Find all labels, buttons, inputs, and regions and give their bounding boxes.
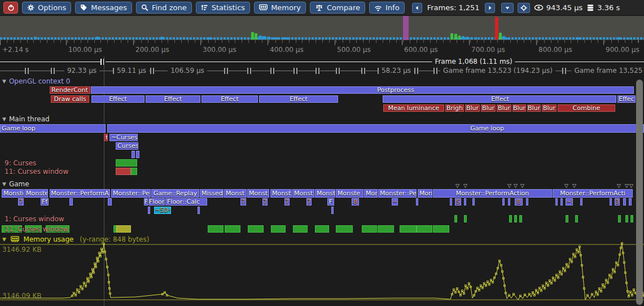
zone-bar[interactable]: Effect (259, 95, 338, 103)
thread-header-main-thread[interactable]: ▼Main thread (2, 115, 50, 123)
zone-bar[interactable]: Curses (116, 142, 138, 150)
message-marker-icon[interactable]: ▽ (520, 183, 524, 188)
zone-bar[interactable]: Effect (383, 95, 616, 103)
zone-bar[interactable] (623, 198, 626, 206)
zone-bar[interactable]: Postprocess (91, 86, 634, 94)
zone-bar[interactable] (560, 198, 563, 206)
message-marker-icon[interactable]: ▽ (572, 183, 576, 188)
zone-bar[interactable]: Monster::PerformA (50, 189, 110, 198)
zone-bar[interactable]: F (327, 198, 334, 206)
zone-bar[interactable]: Mons (364, 189, 378, 198)
message-marker-icon[interactable]: ▽ (629, 183, 633, 188)
lock-activity-bar[interactable] (433, 225, 449, 233)
zone-bar[interactable] (132, 151, 135, 158)
zone-bar[interactable]: Monste (24, 189, 48, 198)
zone-bar[interactable]: Monster::PerformAction (433, 189, 552, 198)
lock-activity-bar[interactable] (454, 215, 457, 222)
thread-header-opengl-context-0[interactable]: ▼OpenGL context 0 (2, 77, 70, 85)
lock-activity-bar[interactable] (248, 225, 264, 233)
lock-activity-bar[interactable] (417, 225, 432, 233)
zone-bar[interactable]: ~50~ (154, 207, 171, 214)
lock-activity-bar[interactable] (116, 159, 137, 167)
message-marker-icon[interactable]: ▽ (507, 183, 511, 188)
thread-header-game[interactable]: ▼Game (2, 180, 29, 188)
zone-bar[interactable]: ~ (392, 198, 398, 206)
zone-bar[interactable]: 7 (306, 198, 312, 206)
lock-activity-bar[interactable] (293, 225, 308, 233)
zone-bar[interactable]: 7 (18, 198, 24, 206)
zone-bar[interactable]: Blur (465, 104, 480, 112)
message-marker-icon[interactable]: ▽ (463, 183, 467, 188)
zone-bar[interactable]: RenderCont (50, 86, 90, 94)
zone-bar[interactable] (555, 198, 558, 206)
zone-bar[interactable]: Blur (497, 104, 511, 112)
timeline-area[interactable]: +2.14 s100.00 μs200.00 μs300.00 μs400.00… (0, 0, 644, 306)
zone-bar[interactable]: Monster::Pe (378, 189, 417, 198)
zone-bar[interactable]: Combine (558, 104, 615, 112)
zone-bar[interactable]: 8 (352, 198, 359, 206)
lock-activity-bar[interactable] (519, 215, 522, 222)
frame-overview-strip[interactable] (0, 16, 644, 40)
zone-bar[interactable] (416, 198, 418, 206)
zone-bar[interactable] (464, 198, 466, 206)
zone-bar[interactable] (508, 198, 510, 206)
zone-bar[interactable]: 3 (615, 198, 620, 206)
zone-bar[interactable] (198, 207, 200, 214)
zone-bar[interactable]: Floor::Calc (165, 198, 207, 206)
zone-bar[interactable]: Monst (224, 189, 247, 198)
lock-activity-bar[interactable] (514, 215, 517, 222)
zone-bar[interactable]: Monste (336, 189, 363, 198)
lock-activity-bar[interactable] (225, 225, 240, 233)
lock-activity-bar[interactable] (400, 225, 417, 233)
message-marker-icon[interactable]: ▽ (625, 183, 629, 188)
zone-bar[interactable]: Game::Replay (151, 189, 199, 198)
zone-bar[interactable]: Monst (270, 189, 292, 198)
zone-bar[interactable] (502, 198, 505, 206)
zone-bar[interactable]: 7 (240, 198, 246, 206)
lock-activity-bar[interactable] (131, 168, 137, 175)
memory-usage-plot[interactable] (0, 240, 644, 306)
zone-bar[interactable]: Effect (201, 95, 258, 103)
lock-activity-bar[interactable] (336, 225, 353, 233)
zone-bar[interactable]: Floor:: (148, 198, 165, 206)
zone-bar[interactable]: 8 (515, 198, 523, 206)
zone-bar[interactable] (136, 151, 139, 158)
message-marker-icon[interactable]: ▽ (514, 183, 518, 188)
zone-bar[interactable] (108, 198, 112, 206)
zone-bar[interactable] (472, 198, 475, 206)
vertical-scrollbar-thumb[interactable] (636, 80, 643, 305)
zone-bar[interactable] (331, 207, 334, 214)
lock-activity-bar[interactable] (575, 215, 578, 222)
lock-activity-bar[interactable] (509, 215, 512, 222)
message-marker-icon[interactable]: ▽ (564, 183, 568, 188)
lock-activity-bar[interactable] (116, 225, 131, 233)
zone-bar[interactable]: Blur (527, 104, 541, 112)
zone-bar[interactable]: Game loop (0, 124, 106, 133)
lock-activity-bar[interactable] (362, 225, 377, 233)
lock-activity-bar[interactable] (116, 168, 131, 175)
zone-bar[interactable]: Missed (200, 189, 224, 198)
zone-bar[interactable]: F (144, 198, 148, 206)
zone-bar[interactable]: Ff (41, 198, 49, 206)
zone-bar[interactable]: ~Curses (109, 134, 138, 141)
zone-bar[interactable]: Brigh (445, 104, 464, 112)
zone-bar[interactable] (450, 198, 452, 206)
message-marker-icon[interactable]: ▽ (617, 183, 621, 188)
lock-activity-bar[interactable] (625, 215, 628, 222)
zone-bar[interactable]: Effec (617, 95, 636, 103)
zone-bar[interactable]: Effect (146, 95, 200, 103)
zone-bar[interactable] (580, 198, 582, 206)
lock-activity-bar[interactable] (630, 215, 633, 222)
zone-bar[interactable]: Monste (315, 189, 335, 198)
zone-bar[interactable]: ~8 (566, 198, 573, 206)
zone-bar[interactable]: Monst (247, 189, 269, 198)
lock-activity-bar[interactable] (464, 215, 467, 222)
zone-bar[interactable]: 5 (455, 198, 461, 206)
lock-activity-bar[interactable] (208, 225, 224, 233)
zone-bar[interactable]: 7 (284, 198, 290, 206)
zone-bar[interactable] (148, 207, 150, 214)
zone-bar[interactable]: Effect (91, 95, 144, 103)
zone-bar[interactable]: Blur (512, 104, 526, 112)
zone-bar[interactable]: Draw calls (51, 95, 89, 103)
zone-bar[interactable]: Monste (2, 189, 24, 198)
